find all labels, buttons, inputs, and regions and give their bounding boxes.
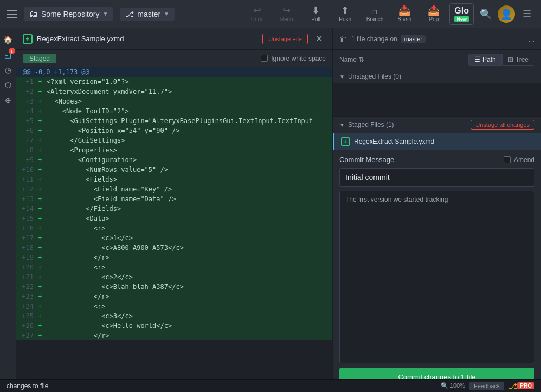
amend-checkbox[interactable] xyxy=(504,156,511,163)
commit-description-input[interactable] xyxy=(339,191,534,363)
line-prefix: + xyxy=(38,97,47,106)
staged-title: Staged Files (1) xyxy=(348,121,467,128)
user-avatar[interactable]: 👤 xyxy=(498,5,515,23)
unstaged-section-header[interactable]: ▼ Unstaged Files (0) xyxy=(333,69,541,83)
push-button[interactable]: ⬆ Push xyxy=(332,3,359,24)
redo-button[interactable]: ↪ Redo xyxy=(273,3,300,24)
push-label: Push xyxy=(339,16,351,22)
more-options-button[interactable]: ☰ xyxy=(517,4,537,24)
sidebar-icon-history[interactable]: ◷ xyxy=(1,63,15,77)
commit-title-input[interactable] xyxy=(339,168,534,187)
path-toggle-button[interactable]: ☰ Path xyxy=(468,54,502,66)
unstage-file-button[interactable]: Unstage File xyxy=(262,34,308,44)
diff-line: +11 + <Fields> xyxy=(16,175,332,184)
line-number: +7 xyxy=(16,136,38,145)
line-code: <Data> xyxy=(47,214,110,223)
repo-name: Some Repository xyxy=(41,10,99,18)
sidebar-icon-stash[interactable]: ⊕ xyxy=(1,93,15,107)
diff-line: +14 + </Fields> xyxy=(16,204,332,214)
line-number: +13 xyxy=(16,194,38,204)
feedback-button[interactable]: Feedback xyxy=(469,382,504,390)
list-icon: ☰ xyxy=(474,56,480,63)
diff-header: + RegexExtract Sample.yxmd Unstage File … xyxy=(16,28,332,50)
unstaged-arrow-icon: ▼ xyxy=(339,74,345,80)
push-icon: ⬆ xyxy=(341,5,349,15)
diff-content[interactable]: @@ -0,0 +1,173 @@ +1 + <?xml version="1.… xyxy=(16,67,332,388)
tree-icon: ⊞ xyxy=(508,56,513,63)
diff-line: +17 + <c>1</c> xyxy=(16,233,332,243)
search-icon: 🔍 xyxy=(480,8,492,20)
line-prefix: + xyxy=(38,136,47,145)
main-layout: 🏠 ◱ 1 ◷ ⬡ ⊕ + RegexExtract Sample.yxmd U… xyxy=(0,28,541,392)
changes-badge: 1 xyxy=(9,48,15,54)
pull-button[interactable]: ⬇ Pull xyxy=(302,3,330,24)
search-button[interactable]: 🔍 xyxy=(476,4,495,24)
line-code: <c>2</c> xyxy=(47,272,133,282)
line-number: +27 xyxy=(16,331,38,340)
undo-button[interactable]: ↩ Undo xyxy=(244,3,271,24)
tree-toggle-button[interactable]: ⊞ Tree xyxy=(502,54,534,66)
ignore-whitespace-checkbox[interactable] xyxy=(261,55,268,62)
file-nav-row: Name ⇅ ☰ Path ⊞ Tree xyxy=(333,50,541,69)
stash-button[interactable]: 📥 Stash xyxy=(391,3,418,24)
name-sort-button[interactable]: Name ⇅ xyxy=(339,56,364,63)
staged-section: ▼ Staged Files (1) Unstage all changes +… xyxy=(333,116,541,150)
branch-action-icon: ⑃ xyxy=(372,5,378,15)
line-prefix: + xyxy=(38,331,47,340)
line-code: <r> xyxy=(47,223,105,233)
pop-button[interactable]: 📤 Pop xyxy=(420,3,447,24)
branch-selector[interactable]: ⎇ master ▼ xyxy=(120,8,175,21)
line-prefix: + xyxy=(38,282,47,292)
unstaged-files-area xyxy=(333,83,541,116)
diff-hunk-header: @@ -0,0 +1,173 @@ xyxy=(16,67,332,77)
line-number: +12 xyxy=(16,184,38,194)
line-prefix: + xyxy=(38,87,47,97)
sidebar-icon-graph[interactable]: ⬡ xyxy=(1,78,15,92)
sidebar-icon-changes[interactable]: ◱ 1 xyxy=(1,48,15,62)
diff-line: +12 + <Field name="Key" /> xyxy=(16,184,332,194)
line-number: +24 xyxy=(16,301,38,311)
amend-toggle[interactable]: Amend xyxy=(504,156,534,164)
line-code: <Position x="54" y="90" /> xyxy=(47,126,180,136)
menu-icon[interactable] xyxy=(4,7,20,22)
commit-header: Commit Message Amend xyxy=(339,156,534,164)
discard-icon[interactable]: 🗑 xyxy=(339,35,347,43)
repo-icon: 🗂 xyxy=(29,9,38,19)
line-number: +4 xyxy=(16,106,38,116)
diff-line: +4 + <Node ToolID="2"> xyxy=(16,106,332,116)
line-number: +20 xyxy=(16,262,38,272)
expand-icon[interactable]: ⛶ xyxy=(528,35,534,43)
line-number: +16 xyxy=(16,223,38,233)
line-code: <GuiSettings Plugin="AlteryxBasePluginsG… xyxy=(47,116,313,126)
line-code: </GuiSettings> xyxy=(47,136,125,145)
unstage-all-button[interactable]: Unstage all changes xyxy=(471,120,534,130)
staged-file-item[interactable]: + RegexExtract Sample.yxmd xyxy=(333,133,541,150)
line-prefix: + xyxy=(38,165,47,175)
staged-file-name: RegexExtract Sample.yxmd xyxy=(354,138,434,145)
glo-button[interactable]: Glo New xyxy=(449,3,474,25)
diff-line: +24 + <r> xyxy=(16,301,332,311)
line-prefix: + xyxy=(38,253,47,262)
unstaged-title: Unstaged Files (0) xyxy=(348,73,401,80)
close-diff-button[interactable]: ✕ xyxy=(312,33,326,45)
ignore-whitespace-label: Ignore white space xyxy=(271,55,326,62)
ignore-whitespace-toggle[interactable]: Ignore white space xyxy=(261,55,326,62)
diff-line: +16 + <r> xyxy=(16,223,332,233)
line-prefix: + xyxy=(38,204,47,214)
sidebar-icon-home[interactable]: 🏠 xyxy=(1,33,15,47)
line-prefix: + xyxy=(38,262,47,272)
right-header: 🗑 1 file change on master ⛶ xyxy=(333,28,541,50)
redo-label: Redo xyxy=(280,16,293,22)
line-code: </r> xyxy=(47,292,110,301)
line-prefix: + xyxy=(38,243,47,253)
line-code: <NumRows value="5" /> xyxy=(47,165,168,175)
avatar-placeholder: 👤 xyxy=(500,8,512,20)
repo-selector[interactable]: 🗂 Some Repository ▼ xyxy=(24,7,113,21)
undo-label: Undo xyxy=(251,16,264,22)
line-code: </Fields> xyxy=(47,204,121,214)
line-code: <Field name="Data" /> xyxy=(47,194,176,204)
line-code: <Properties> xyxy=(47,145,117,155)
branch-label: Branch xyxy=(366,16,384,22)
diff-line: +19 + </r> xyxy=(16,253,332,262)
branch-button[interactable]: ⑃ Branch xyxy=(361,3,389,24)
